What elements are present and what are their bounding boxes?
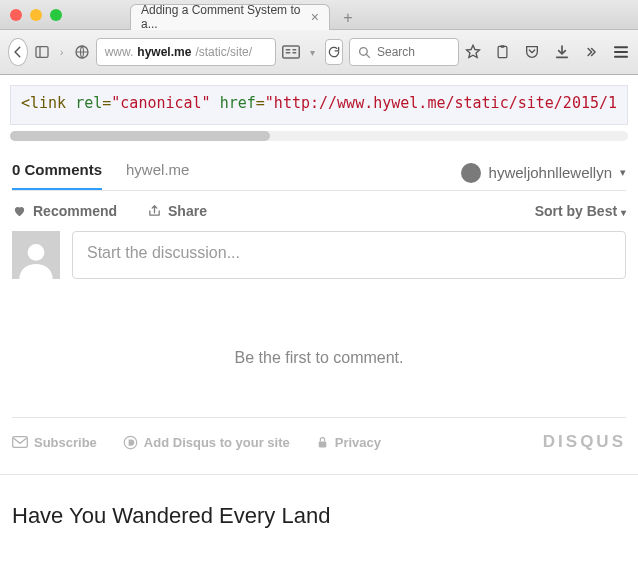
subscribe-button[interactable]: Subscribe — [12, 435, 97, 450]
chevron-down-icon: ▾ — [621, 207, 626, 218]
traffic-light-minimize[interactable] — [30, 9, 42, 21]
scrollbar-thumb[interactable] — [10, 131, 270, 141]
arrow-left-icon — [11, 45, 25, 59]
code-attr-rel: rel — [75, 94, 102, 112]
code-tag-open: <link — [21, 94, 66, 112]
window-titlebar: Adding a Comment System to a... × + — [0, 0, 638, 30]
empty-state: Be the first to comment. — [12, 349, 626, 367]
url-host: hywel.me — [137, 45, 191, 59]
toolbar-icons — [465, 44, 630, 60]
url-bar[interactable]: www.hywel.me/static/site/ — [96, 38, 276, 66]
person-icon — [16, 239, 56, 279]
bookmark-star-icon[interactable] — [465, 44, 481, 60]
heart-icon — [12, 204, 27, 218]
search-icon — [358, 46, 371, 59]
username: hyweljohnllewellyn — [489, 164, 612, 181]
mail-icon — [12, 436, 28, 448]
add-disqus-label: Add Disqus to your site — [144, 435, 290, 450]
url-prefix: www. — [105, 45, 134, 59]
sort-label: Sort by Best — [535, 203, 617, 219]
add-disqus-button[interactable]: Add Disqus to your site — [123, 435, 290, 450]
svg-rect-11 — [501, 45, 505, 48]
tab-sitename[interactable]: hywel.me — [126, 155, 189, 190]
clipboard-icon[interactable] — [495, 44, 510, 60]
browser-toolbar: › www.hywel.me/static/site/ ▾ — [0, 30, 638, 75]
disqus-header: 0 Comments hywel.me hyweljohnllewellyn ▾ — [12, 155, 626, 191]
code-val-href: "http://www.hywel.me/static/site/2015/1 — [265, 94, 617, 112]
next-post-title[interactable]: Have You Wandered Every Land — [0, 474, 638, 529]
disqus-actions: Recommend Share Sort by Best ▾ — [12, 191, 626, 231]
svg-rect-0 — [36, 47, 48, 58]
code-snippet: <link rel="canonical" href="http://www.h… — [10, 85, 628, 125]
browser-tab[interactable]: Adding a Comment System to a... × — [130, 4, 330, 30]
subscribe-label: Subscribe — [34, 435, 97, 450]
svg-rect-10 — [498, 46, 507, 57]
code-eq2: = — [256, 94, 265, 112]
search-input[interactable] — [377, 45, 447, 59]
comment-placeholder: Start the discussion... — [87, 244, 240, 261]
traffic-light-close[interactable] — [10, 9, 22, 21]
svg-rect-19 — [318, 441, 326, 447]
download-icon[interactable] — [554, 44, 570, 60]
svg-rect-17 — [13, 437, 28, 448]
lock-icon — [316, 435, 329, 450]
search-box[interactable] — [349, 38, 459, 66]
tab-close-icon[interactable]: × — [311, 9, 319, 25]
url-path: /static/site/ — [195, 45, 252, 59]
disqus-d-icon — [123, 435, 138, 450]
code-attr-href: href — [220, 94, 256, 112]
tab-strip: Adding a Comment System to a... × + — [130, 0, 360, 30]
pocket-icon[interactable] — [524, 44, 540, 60]
guest-avatar — [12, 231, 60, 279]
disqus-footer: Subscribe Add Disqus to your site Privac… — [12, 417, 626, 466]
recommend-label: Recommend — [33, 203, 117, 219]
comment-input[interactable]: Start the discussion... — [72, 231, 626, 279]
sort-dropdown[interactable]: Sort by Best ▾ — [535, 203, 626, 219]
chevron-right-icon: › — [60, 47, 63, 58]
chevron-down-icon: ▾ — [620, 166, 626, 179]
tab-title: Adding a Comment System to a... — [141, 3, 303, 31]
overflow-icon[interactable] — [584, 45, 598, 59]
code-eq1: = — [102, 94, 111, 112]
avatar — [461, 163, 481, 183]
traffic-light-zoom[interactable] — [50, 9, 62, 21]
new-tab-button[interactable]: + — [336, 6, 360, 30]
reload-button[interactable] — [325, 39, 343, 65]
share-button[interactable]: Share — [147, 203, 207, 219]
disqus-brand[interactable]: DISQUS — [543, 432, 626, 452]
site-identity-icon[interactable] — [73, 40, 89, 64]
page-content: <link rel="canonical" href="http://www.h… — [0, 75, 638, 571]
disqus-tabs: 0 Comments hywel.me — [12, 155, 189, 190]
disqus-widget: 0 Comments hywel.me hyweljohnllewellyn ▾… — [0, 141, 638, 466]
privacy-label: Privacy — [335, 435, 381, 450]
recommend-button[interactable]: Recommend — [12, 203, 117, 219]
chevron-down-icon[interactable]: ▾ — [310, 47, 315, 58]
share-label: Share — [168, 203, 207, 219]
privacy-link[interactable]: Privacy — [316, 435, 381, 450]
hamburger-menu-icon[interactable] — [612, 44, 630, 60]
svg-rect-3 — [282, 46, 299, 58]
user-menu[interactable]: hyweljohnllewellyn ▾ — [461, 163, 626, 183]
share-icon — [147, 204, 162, 218]
svg-line-9 — [366, 54, 369, 57]
svg-point-16 — [28, 244, 45, 261]
sidebar-toggle-icon[interactable] — [34, 40, 50, 64]
reader-mode-icon[interactable] — [282, 40, 300, 64]
horizontal-scrollbar[interactable] — [10, 131, 628, 141]
code-val-rel: "canonical" — [111, 94, 210, 112]
comment-composer: Start the discussion... — [12, 231, 626, 279]
back-button[interactable] — [8, 38, 28, 66]
tab-comments[interactable]: 0 Comments — [12, 155, 102, 190]
